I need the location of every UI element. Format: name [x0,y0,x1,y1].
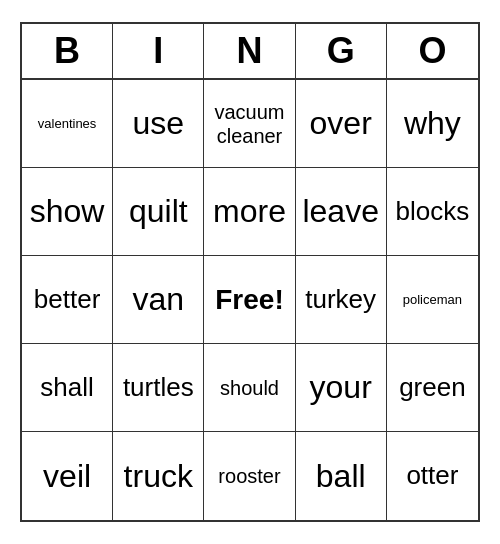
bingo-grid: valentinesusevacuum cleaneroverwhyshowqu… [22,80,478,520]
cell-text: truck [124,457,193,495]
cell-text: quilt [129,192,188,230]
header-letter: O [387,24,478,78]
bingo-cell: green [387,344,478,432]
cell-text: rooster [218,464,280,488]
bingo-cell: over [296,80,387,168]
cell-text: over [310,104,372,142]
cell-text: shall [40,372,93,403]
cell-text: use [132,104,184,142]
cell-text: leave [302,192,379,230]
header-letter: I [113,24,204,78]
cell-text: policeman [403,292,462,308]
cell-text: vacuum cleaner [208,100,290,148]
bingo-cell: shall [22,344,113,432]
bingo-cell: rooster [204,432,295,520]
cell-text: more [213,192,286,230]
cell-text: blocks [396,196,470,227]
bingo-cell: van [113,256,204,344]
bingo-cell: leave [296,168,387,256]
header-letter: B [22,24,113,78]
bingo-cell: truck [113,432,204,520]
bingo-cell: turtles [113,344,204,432]
bingo-cell: vacuum cleaner [204,80,295,168]
bingo-cell: better [22,256,113,344]
bingo-header: BINGO [22,24,478,80]
bingo-cell: why [387,80,478,168]
cell-text: green [399,372,466,403]
bingo-cell: ball [296,432,387,520]
cell-text: your [310,368,372,406]
cell-text: otter [406,460,458,491]
bingo-cell: turkey [296,256,387,344]
bingo-cell: veil [22,432,113,520]
cell-text: valentines [38,116,97,132]
cell-text: van [132,280,184,318]
header-letter: N [204,24,295,78]
bingo-cell: should [204,344,295,432]
cell-text: why [404,104,461,142]
cell-text: show [30,192,105,230]
cell-text: veil [43,457,91,495]
bingo-cell: show [22,168,113,256]
bingo-cell: otter [387,432,478,520]
bingo-cell: blocks [387,168,478,256]
cell-text: ball [316,457,366,495]
bingo-cell: more [204,168,295,256]
bingo-cell: policeman [387,256,478,344]
cell-text: Free! [215,284,283,316]
cell-text: better [34,284,101,315]
bingo-card: BINGO valentinesusevacuum cleaneroverwhy… [20,22,480,522]
cell-text: should [220,376,279,400]
bingo-cell: quilt [113,168,204,256]
cell-text: turtles [123,372,194,403]
header-letter: G [296,24,387,78]
bingo-cell: your [296,344,387,432]
cell-text: turkey [305,284,376,315]
bingo-cell: valentines [22,80,113,168]
bingo-cell: Free! [204,256,295,344]
bingo-cell: use [113,80,204,168]
